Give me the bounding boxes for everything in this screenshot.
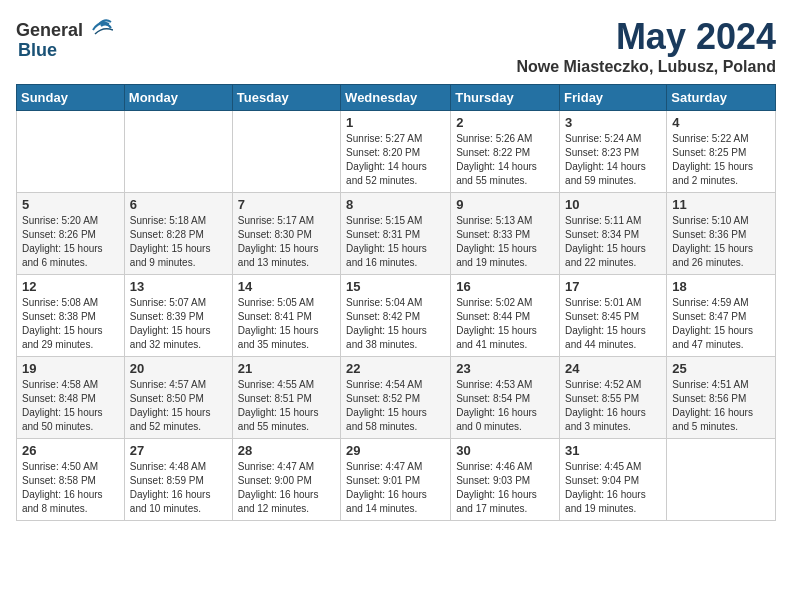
calendar-cell: 5Sunrise: 5:20 AM Sunset: 8:26 PM Daylig…	[17, 193, 125, 275]
calendar-week-row: 26Sunrise: 4:50 AM Sunset: 8:58 PM Dayli…	[17, 439, 776, 521]
day-info: Sunrise: 4:50 AM Sunset: 8:58 PM Dayligh…	[22, 460, 119, 516]
calendar-cell: 30Sunrise: 4:46 AM Sunset: 9:03 PM Dayli…	[451, 439, 560, 521]
day-info: Sunrise: 5:04 AM Sunset: 8:42 PM Dayligh…	[346, 296, 445, 352]
calendar-week-row: 12Sunrise: 5:08 AM Sunset: 8:38 PM Dayli…	[17, 275, 776, 357]
calendar-cell: 9Sunrise: 5:13 AM Sunset: 8:33 PM Daylig…	[451, 193, 560, 275]
day-info: Sunrise: 5:18 AM Sunset: 8:28 PM Dayligh…	[130, 214, 227, 270]
day-number: 5	[22, 197, 119, 212]
day-number: 12	[22, 279, 119, 294]
day-info: Sunrise: 4:51 AM Sunset: 8:56 PM Dayligh…	[672, 378, 770, 434]
weekday-header-monday: Monday	[124, 85, 232, 111]
day-info: Sunrise: 5:05 AM Sunset: 8:41 PM Dayligh…	[238, 296, 335, 352]
day-number: 21	[238, 361, 335, 376]
calendar-cell: 19Sunrise: 4:58 AM Sunset: 8:48 PM Dayli…	[17, 357, 125, 439]
day-info: Sunrise: 5:20 AM Sunset: 8:26 PM Dayligh…	[22, 214, 119, 270]
day-number: 11	[672, 197, 770, 212]
calendar-cell: 8Sunrise: 5:15 AM Sunset: 8:31 PM Daylig…	[341, 193, 451, 275]
calendar-cell: 24Sunrise: 4:52 AM Sunset: 8:55 PM Dayli…	[560, 357, 667, 439]
day-number: 17	[565, 279, 661, 294]
day-number: 15	[346, 279, 445, 294]
day-number: 30	[456, 443, 554, 458]
logo-general: General	[16, 20, 83, 41]
weekday-header-tuesday: Tuesday	[232, 85, 340, 111]
calendar-cell	[17, 111, 125, 193]
calendar-cell: 14Sunrise: 5:05 AM Sunset: 8:41 PM Dayli…	[232, 275, 340, 357]
weekday-header-saturday: Saturday	[667, 85, 776, 111]
weekday-header-row: SundayMondayTuesdayWednesdayThursdayFrid…	[17, 85, 776, 111]
calendar-cell: 27Sunrise: 4:48 AM Sunset: 8:59 PM Dayli…	[124, 439, 232, 521]
page-header: General Blue May 2024 Nowe Miasteczko, L…	[16, 16, 776, 76]
day-info: Sunrise: 5:02 AM Sunset: 8:44 PM Dayligh…	[456, 296, 554, 352]
day-number: 18	[672, 279, 770, 294]
calendar-cell: 22Sunrise: 4:54 AM Sunset: 8:52 PM Dayli…	[341, 357, 451, 439]
title-block: May 2024 Nowe Miasteczko, Lubusz, Poland	[516, 16, 776, 76]
calendar-cell: 31Sunrise: 4:45 AM Sunset: 9:04 PM Dayli…	[560, 439, 667, 521]
calendar-cell: 23Sunrise: 4:53 AM Sunset: 8:54 PM Dayli…	[451, 357, 560, 439]
day-info: Sunrise: 4:59 AM Sunset: 8:47 PM Dayligh…	[672, 296, 770, 352]
calendar-cell: 15Sunrise: 5:04 AM Sunset: 8:42 PM Dayli…	[341, 275, 451, 357]
day-info: Sunrise: 5:17 AM Sunset: 8:30 PM Dayligh…	[238, 214, 335, 270]
calendar-week-row: 19Sunrise: 4:58 AM Sunset: 8:48 PM Dayli…	[17, 357, 776, 439]
calendar-cell	[667, 439, 776, 521]
day-info: Sunrise: 5:24 AM Sunset: 8:23 PM Dayligh…	[565, 132, 661, 188]
day-number: 29	[346, 443, 445, 458]
calendar-cell: 20Sunrise: 4:57 AM Sunset: 8:50 PM Dayli…	[124, 357, 232, 439]
day-number: 9	[456, 197, 554, 212]
calendar-week-row: 1Sunrise: 5:27 AM Sunset: 8:20 PM Daylig…	[17, 111, 776, 193]
day-number: 8	[346, 197, 445, 212]
day-info: Sunrise: 5:15 AM Sunset: 8:31 PM Dayligh…	[346, 214, 445, 270]
day-info: Sunrise: 4:47 AM Sunset: 9:00 PM Dayligh…	[238, 460, 335, 516]
day-number: 19	[22, 361, 119, 376]
day-number: 14	[238, 279, 335, 294]
calendar-cell	[124, 111, 232, 193]
day-number: 4	[672, 115, 770, 130]
day-number: 28	[238, 443, 335, 458]
day-info: Sunrise: 4:48 AM Sunset: 8:59 PM Dayligh…	[130, 460, 227, 516]
calendar-cell: 11Sunrise: 5:10 AM Sunset: 8:36 PM Dayli…	[667, 193, 776, 275]
day-number: 7	[238, 197, 335, 212]
day-number: 26	[22, 443, 119, 458]
calendar-cell: 17Sunrise: 5:01 AM Sunset: 8:45 PM Dayli…	[560, 275, 667, 357]
day-info: Sunrise: 5:01 AM Sunset: 8:45 PM Dayligh…	[565, 296, 661, 352]
calendar-cell: 13Sunrise: 5:07 AM Sunset: 8:39 PM Dayli…	[124, 275, 232, 357]
calendar-cell: 28Sunrise: 4:47 AM Sunset: 9:00 PM Dayli…	[232, 439, 340, 521]
day-info: Sunrise: 5:13 AM Sunset: 8:33 PM Dayligh…	[456, 214, 554, 270]
weekday-header-thursday: Thursday	[451, 85, 560, 111]
weekday-header-wednesday: Wednesday	[341, 85, 451, 111]
day-info: Sunrise: 5:10 AM Sunset: 8:36 PM Dayligh…	[672, 214, 770, 270]
day-info: Sunrise: 4:47 AM Sunset: 9:01 PM Dayligh…	[346, 460, 445, 516]
month-title: May 2024	[516, 16, 776, 58]
calendar-table: SundayMondayTuesdayWednesdayThursdayFrid…	[16, 84, 776, 521]
day-info: Sunrise: 4:54 AM Sunset: 8:52 PM Dayligh…	[346, 378, 445, 434]
day-number: 2	[456, 115, 554, 130]
calendar-cell: 25Sunrise: 4:51 AM Sunset: 8:56 PM Dayli…	[667, 357, 776, 439]
day-info: Sunrise: 4:45 AM Sunset: 9:04 PM Dayligh…	[565, 460, 661, 516]
day-number: 3	[565, 115, 661, 130]
calendar-cell: 12Sunrise: 5:08 AM Sunset: 8:38 PM Dayli…	[17, 275, 125, 357]
calendar-cell: 29Sunrise: 4:47 AM Sunset: 9:01 PM Dayli…	[341, 439, 451, 521]
logo-blue: Blue	[18, 40, 57, 61]
day-info: Sunrise: 5:11 AM Sunset: 8:34 PM Dayligh…	[565, 214, 661, 270]
calendar-week-row: 5Sunrise: 5:20 AM Sunset: 8:26 PM Daylig…	[17, 193, 776, 275]
day-info: Sunrise: 4:55 AM Sunset: 8:51 PM Dayligh…	[238, 378, 335, 434]
calendar-cell: 26Sunrise: 4:50 AM Sunset: 8:58 PM Dayli…	[17, 439, 125, 521]
calendar-cell: 4Sunrise: 5:22 AM Sunset: 8:25 PM Daylig…	[667, 111, 776, 193]
calendar-cell: 21Sunrise: 4:55 AM Sunset: 8:51 PM Dayli…	[232, 357, 340, 439]
day-number: 24	[565, 361, 661, 376]
calendar-cell: 2Sunrise: 5:26 AM Sunset: 8:22 PM Daylig…	[451, 111, 560, 193]
day-info: Sunrise: 5:26 AM Sunset: 8:22 PM Dayligh…	[456, 132, 554, 188]
day-number: 6	[130, 197, 227, 212]
day-info: Sunrise: 4:53 AM Sunset: 8:54 PM Dayligh…	[456, 378, 554, 434]
day-info: Sunrise: 5:08 AM Sunset: 8:38 PM Dayligh…	[22, 296, 119, 352]
calendar-cell: 3Sunrise: 5:24 AM Sunset: 8:23 PM Daylig…	[560, 111, 667, 193]
day-number: 27	[130, 443, 227, 458]
logo: General Blue	[16, 16, 113, 61]
day-info: Sunrise: 5:22 AM Sunset: 8:25 PM Dayligh…	[672, 132, 770, 188]
day-number: 16	[456, 279, 554, 294]
calendar-cell: 1Sunrise: 5:27 AM Sunset: 8:20 PM Daylig…	[341, 111, 451, 193]
day-number: 1	[346, 115, 445, 130]
calendar-cell: 16Sunrise: 5:02 AM Sunset: 8:44 PM Dayli…	[451, 275, 560, 357]
day-number: 22	[346, 361, 445, 376]
calendar-cell	[232, 111, 340, 193]
day-info: Sunrise: 5:27 AM Sunset: 8:20 PM Dayligh…	[346, 132, 445, 188]
